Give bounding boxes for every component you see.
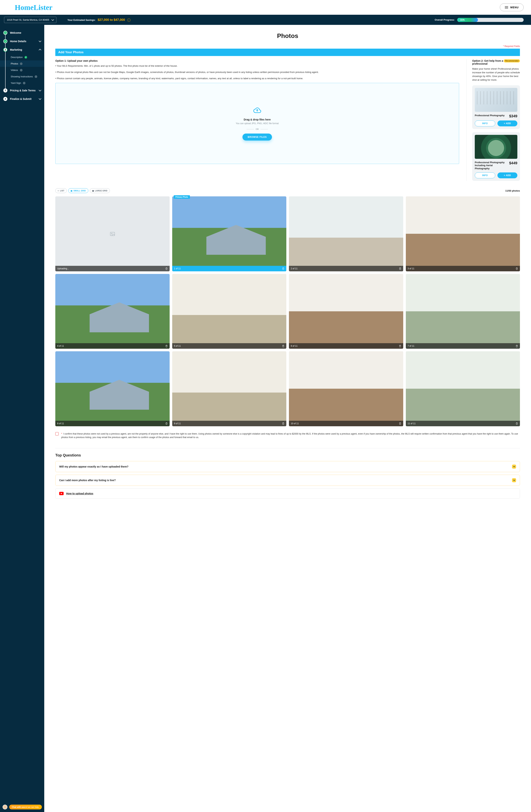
view-list-button[interactable]: ≡LIST [55,188,67,193]
image-placeholder-icon [55,197,170,271]
photo-item[interactable]: 3 of 11 [406,197,520,271]
progress: Overall Progress: 31% [435,18,523,22]
substep-label: Yard Sign [11,82,21,84]
status-dot-icon [20,62,23,65]
photo-item[interactable]: 9 of 11 [172,351,287,426]
svg-point-1 [111,233,112,234]
check-icon [3,39,8,43]
required-star: * [61,433,62,435]
substep-yard-sign[interactable]: Yard Sign [11,80,44,86]
menu-button[interactable]: MENU [500,3,523,11]
chat-bubble: Chat with us and we can help. [9,804,42,809]
trash-icon[interactable] [165,422,168,425]
photo-label: 6 of 11 [291,345,297,347]
status-dot-icon [20,69,23,71]
sidebar-step-home-details[interactable]: Home Details [0,37,44,45]
faq-video-label: How to upload photos [66,492,93,495]
photo-item[interactable]: 11 of 11 [406,351,520,426]
progress-fill: 31% [457,18,478,22]
confirm-checkbox[interactable] [55,432,59,435]
address-selector[interactable]: 1018 Pearl St, Santa Monica, CA 90405 [4,17,56,23]
sidebar-step-welcome[interactable]: Welcome [0,29,44,37]
substep-description[interactable]: Description [11,54,44,60]
photo-item[interactable]: 8 of 11 [55,351,170,426]
expand-icon [512,465,516,469]
view-large-grid-button[interactable]: ▦LARGE GRID [90,188,110,193]
info-icon[interactable]: i [127,18,130,22]
addon-name: Professional Photography Including Aeria… [475,161,507,170]
trash-icon[interactable] [516,267,518,270]
cloud-upload-icon [253,106,262,115]
photo-item[interactable]: 2 of 11 [289,197,403,271]
photo-item[interactable]: Primary Photo 1 of 11 [172,197,287,271]
option1-p1: • Your MLS Requirements: Min. of 1 photo… [55,64,459,68]
substep-showing[interactable]: Showing Instructions [11,73,44,80]
trash-icon[interactable] [399,345,401,347]
step-number: 2 [3,48,8,52]
photo-item[interactable]: 6 of 11 [289,274,403,349]
faq-question: Will my photos appear exactly as I have … [59,465,128,468]
option2-body: Make your home shine! Professional photo… [472,67,520,82]
view-small-grid-button[interactable]: ▦SMALL GRID [68,188,88,193]
savings-value: $27,000 to $47,000 [98,18,125,21]
sidebar: Welcome Home Details 2 Marketing Descrip… [0,25,44,812]
photo-item[interactable]: 10 of 11 [289,351,403,426]
step-label: Finalize & Submit [10,98,31,100]
trash-icon[interactable] [516,422,518,425]
photo-label: 2 of 11 [291,267,297,270]
substep-label: Photos [11,62,18,65]
logo[interactable]: HomeLister [15,3,52,12]
sidebar-step-marketing[interactable]: 2 Marketing [0,45,44,54]
list-icon: ≡ [58,190,59,192]
addon-info-button[interactable]: INFO [475,172,495,178]
main-content: Photos * Required Fields Add Your Photos… [44,25,531,812]
trash-icon[interactable] [282,267,284,270]
substep-label: Description [11,56,23,59]
step-number: 4 [3,97,8,101]
sidebar-step-pricing[interactable]: 3 Pricing & Sale Terms [0,86,44,95]
progress-bar: 31% [457,18,523,22]
step-label: Welcome [10,31,21,34]
trash-icon[interactable] [282,345,284,347]
addon-image [475,88,517,112]
savings: Your Estimated Savings: $27,000 to $47,0… [68,18,130,22]
addon-price: $449 [509,161,518,165]
step-number: 3 [3,88,8,92]
addon-info-button[interactable]: INFO [475,120,495,126]
progress-label: Overall Progress: [435,18,455,21]
trash-icon[interactable] [165,267,168,270]
sidebar-step-finalize[interactable]: 4 Finalize & Submit [0,95,44,103]
menu-label: MENU [511,6,519,9]
browse-files-button[interactable]: BROWSE FILES [242,133,272,141]
page-title: Photos [55,32,520,40]
upload-dropzone[interactable]: Drag & drop files here You can upload JP… [55,83,459,164]
faq-video-item[interactable]: How to upload photos [55,488,520,499]
photo-item[interactable]: 7 of 11 [406,274,520,349]
trash-icon[interactable] [399,422,401,425]
step-label: Marketing [10,48,22,51]
chevron-down-icon [39,89,41,91]
upload-title: Drag & drop files here [244,118,271,121]
top-header: HomeLister MENU [0,0,531,15]
trash-icon[interactable] [165,345,168,347]
trash-icon[interactable] [516,345,518,347]
photo-label: 5 of 11 [174,345,181,347]
faq-item-1[interactable]: Will my photos appear exactly as I have … [55,461,520,472]
chat-widget[interactable]: Chat with us and we can help. [3,804,42,809]
addon-add-button[interactable]: + ADD [498,172,518,178]
addon-price: $349 [509,114,518,118]
faq-item-2[interactable]: Can I add more photos after my listing i… [55,475,520,486]
trash-icon[interactable] [399,267,401,270]
sub-header: 1018 Pearl St, Santa Monica, CA 90405 Yo… [0,15,531,25]
photo-item[interactable]: 4 of 11 [55,274,170,349]
or-divider: OR [247,128,268,130]
addon-add-button[interactable]: + ADD [498,120,518,126]
photo-label: 10 of 11 [291,422,299,425]
section-header: Add Your Photos [55,49,520,56]
addon-name: Professional Photography [475,114,505,117]
photo-label: 7 of 11 [408,345,415,347]
trash-icon[interactable] [282,422,284,425]
substep-photos[interactable]: Photos [0,60,44,67]
photo-item[interactable]: 5 of 11 [172,274,287,349]
substep-videos[interactable]: Videos [11,67,44,73]
